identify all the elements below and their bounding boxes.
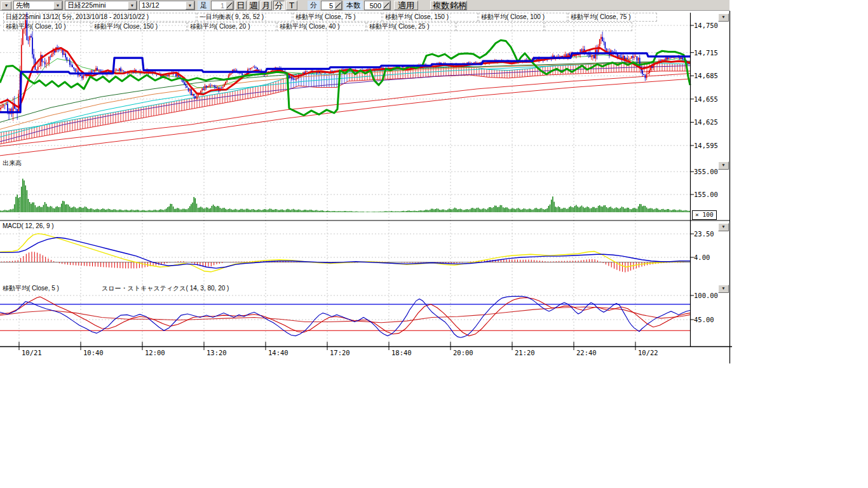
- macd-layer: [0, 234, 690, 273]
- chevron-down-icon[interactable]: ▼: [128, 1, 137, 10]
- spinner-icon[interactable]: [226, 1, 233, 10]
- minute-label: 分: [308, 1, 320, 10]
- category-value: 先物: [16, 1, 30, 10]
- volume-multiplier-badge: × 100: [692, 210, 717, 220]
- period-button-分[interactable]: 分: [273, 1, 285, 10]
- period-button-group: 日週月分T: [234, 1, 297, 10]
- apply-button[interactable]: 適用: [394, 1, 418, 10]
- spinner-icon[interactable]: [383, 1, 390, 10]
- period-button-月[interactable]: 月: [261, 1, 272, 10]
- period-button-T[interactable]: T: [286, 1, 297, 10]
- symbol-value: 日経225mini: [67, 1, 106, 10]
- chart-canvas[interactable]: [0, 0, 868, 488]
- stoch-fast-line: [0, 296, 690, 337]
- chevron-down-icon[interactable]: ▼: [186, 1, 194, 10]
- contract-month-value: 13/12: [142, 1, 159, 10]
- volume-panel-menu-button[interactable]: ▼: [718, 161, 729, 170]
- toolbar: ▼ 先物 ▼ 日経225mini ▼ 13/12 ▼ 足 1 日週月分T 分 5…: [0, 0, 729, 11]
- minute-spinner[interactable]: 5: [321, 1, 342, 10]
- bar-count-spinner[interactable]: 500: [364, 1, 391, 10]
- chevron-down-icon[interactable]: ▼: [53, 1, 62, 10]
- period-button-日[interactable]: 日: [235, 1, 247, 10]
- multi-symbol-button[interactable]: 複数銘柄: [430, 1, 467, 10]
- stoch-panel-menu-button[interactable]: ▼: [718, 285, 729, 293]
- symbol-nav-dropdown-button[interactable]: ▼: [1, 1, 11, 10]
- stoch-slow-line: [0, 297, 690, 336]
- macd-panel-menu-button[interactable]: ▼: [718, 223, 729, 231]
- bar-type-label: 足: [198, 1, 210, 10]
- ma-line-red_diag1: [0, 74, 690, 147]
- symbol-combobox[interactable]: 日経225mini ▼: [65, 1, 137, 10]
- bar-interval-value: 1: [212, 2, 226, 10]
- volume-bars: [0, 179, 689, 212]
- period-button-週[interactable]: 週: [248, 1, 259, 10]
- price-panel-menu-button[interactable]: ▼: [718, 13, 729, 22]
- category-combobox[interactable]: 先物 ▼: [13, 1, 63, 10]
- spinner-icon[interactable]: [334, 1, 342, 10]
- contract-month-combobox[interactable]: 13/12 ▼: [139, 1, 195, 10]
- stochastic-layer: [0, 296, 690, 337]
- bar-count-label: 本数: [344, 1, 363, 10]
- chart-area[interactable]: [0, 0, 868, 488]
- minute-value: 5: [322, 2, 334, 10]
- bar-count-value: 500: [365, 2, 383, 10]
- bar-interval-spinner[interactable]: 1: [211, 1, 234, 10]
